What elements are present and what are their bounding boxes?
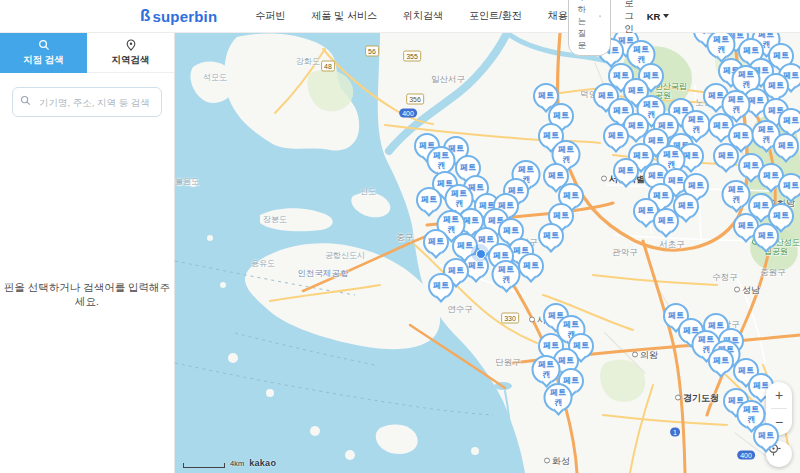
map-pin-icon bbox=[125, 39, 137, 51]
tab-region-search-label: 지역검색 bbox=[112, 54, 150, 67]
map-pin[interactable]: 페트 bbox=[753, 423, 779, 451]
map-scale: 4km kakao bbox=[183, 458, 276, 468]
map-pin[interactable]: 페트 bbox=[708, 348, 734, 376]
search-sidebar: 지점 검색 지역검색 핀을 선택하거나 검색어를 입력해주세요. bbox=[0, 33, 175, 473]
map-pin[interactable]: 페트 bbox=[538, 223, 564, 251]
scale-line bbox=[183, 463, 225, 468]
map-label: 경기도청 bbox=[675, 392, 719, 405]
nav-item-points[interactable]: 포인트/환전 bbox=[469, 9, 522, 23]
current-location-marker bbox=[471, 244, 489, 262]
tab-branch-search-label: 지점 검색 bbox=[23, 54, 64, 67]
nav-item-careers[interactable]: 채용 bbox=[548, 9, 568, 23]
map-pin[interactable]: 페트캔 bbox=[544, 383, 573, 414]
scale-label: 4km bbox=[230, 459, 244, 468]
map-pin[interactable]: 페트 bbox=[653, 208, 679, 236]
map-label: 수정구 bbox=[712, 272, 738, 284]
map-label: 장봉도 bbox=[263, 214, 287, 225]
language-label: KR bbox=[647, 11, 661, 22]
map-label: 의왕 bbox=[632, 349, 658, 362]
kakao-attribution: kakao bbox=[249, 458, 276, 468]
map-label: 단원구 bbox=[495, 357, 521, 369]
map-pin[interactable]: 페트 bbox=[518, 253, 544, 281]
empty-state-message: 핀을 선택하거나 검색어를 입력해주세요. bbox=[0, 281, 174, 309]
map-pin[interactable]: 페트 bbox=[603, 123, 629, 151]
map-label: 56 bbox=[365, 46, 379, 57]
map-label: 400 bbox=[399, 109, 417, 118]
main-nav: 수퍼빈 제품 및 서비스 위치검색 포인트/환전 채용 bbox=[255, 9, 567, 23]
search-icon bbox=[20, 95, 31, 106]
map-label: 서초구 bbox=[659, 239, 685, 251]
map-pin[interactable]: 페트 bbox=[713, 143, 739, 171]
zoom-in-button[interactable]: + bbox=[766, 382, 792, 408]
superbin-logo-icon: ß bbox=[140, 6, 150, 26]
station-search-input[interactable] bbox=[12, 87, 162, 117]
map-pin[interactable]: 페트 bbox=[778, 173, 800, 201]
map-pin[interactable]: 페트 bbox=[773, 133, 799, 161]
nav-item-location-search[interactable]: 위치검색 bbox=[403, 9, 443, 23]
map-pin[interactable]: 페트캔 bbox=[492, 260, 521, 291]
map-label: 화성 bbox=[544, 455, 570, 468]
map-pin[interactable]: 페트 bbox=[428, 273, 454, 301]
map-label: 중구 bbox=[397, 232, 414, 244]
search-icon bbox=[38, 39, 50, 51]
map-label: 용유도 bbox=[251, 258, 275, 269]
language-selector[interactable]: KR bbox=[647, 11, 670, 22]
map-label: 330 bbox=[501, 313, 519, 324]
map-overlay: 강화도석모도볼음도장봉도신도용유도인천국제공항공항신도시중구일산서구덕양구북한산… bbox=[175, 33, 800, 473]
map-pin[interactable]: 페트 bbox=[778, 108, 800, 136]
faq-label: 자주하는 질문 bbox=[578, 0, 593, 52]
map-label: 공항신도시 bbox=[325, 250, 365, 261]
map-label: 석모도 bbox=[203, 72, 227, 83]
chevron-down-icon bbox=[663, 14, 669, 18]
map-label: 48 bbox=[321, 61, 335, 72]
map-pin[interactable]: 페트 bbox=[753, 223, 779, 251]
map-label: 관악구 bbox=[612, 247, 638, 259]
top-navigation-bar: ß superbin 수퍼빈 제품 및 서비스 위치검색 포인트/환전 채용 자… bbox=[0, 0, 800, 33]
superbin-logo-text: superbin bbox=[152, 8, 217, 25]
map-label: 일산서구 bbox=[431, 74, 465, 86]
map-label: 성남 bbox=[734, 284, 760, 297]
map-label: 볼음도 bbox=[175, 176, 199, 187]
map-label: 신도 bbox=[360, 186, 376, 197]
map-label: 인천국제공항 bbox=[298, 268, 349, 280]
map-label: 355 bbox=[403, 51, 421, 62]
map-pin[interactable]: 페트캔 bbox=[532, 355, 561, 386]
map-pin[interactable]: 페트 bbox=[613, 158, 639, 186]
map-pin[interactable]: 페트캔 bbox=[722, 180, 751, 211]
nav-item-products[interactable]: 제품 및 서비스 bbox=[311, 9, 377, 23]
map-label: 1 bbox=[670, 428, 680, 437]
tab-region-search[interactable]: 지역검색 bbox=[87, 33, 174, 73]
sidebar-tabs: 지점 검색 지역검색 bbox=[0, 33, 174, 73]
map-label: 연수구 bbox=[447, 304, 473, 316]
tab-branch-search[interactable]: 지점 검색 bbox=[0, 33, 87, 73]
map-pin[interactable]: 페트 bbox=[423, 229, 449, 257]
map-label: 강화도 bbox=[296, 56, 320, 67]
nav-item-superbin[interactable]: 수퍼빈 bbox=[255, 9, 285, 23]
map-canvas[interactable]: 강화도석모도볼음도장봉도신도용유도인천국제공항공항신도시중구일산서구덕양구북한산… bbox=[175, 33, 800, 473]
faq-search-button[interactable]: 자주하는 질문 bbox=[568, 0, 612, 56]
login-button[interactable]: 로그인 bbox=[624, 0, 634, 36]
superbin-logo[interactable]: ß superbin bbox=[140, 6, 217, 26]
map-pin[interactable]: 페트캔 bbox=[707, 33, 736, 61]
map-label: 중원구 bbox=[760, 267, 786, 279]
map-label: 400 bbox=[737, 451, 755, 460]
map-label: 356 bbox=[406, 94, 424, 105]
search-icon bbox=[599, 12, 602, 21]
